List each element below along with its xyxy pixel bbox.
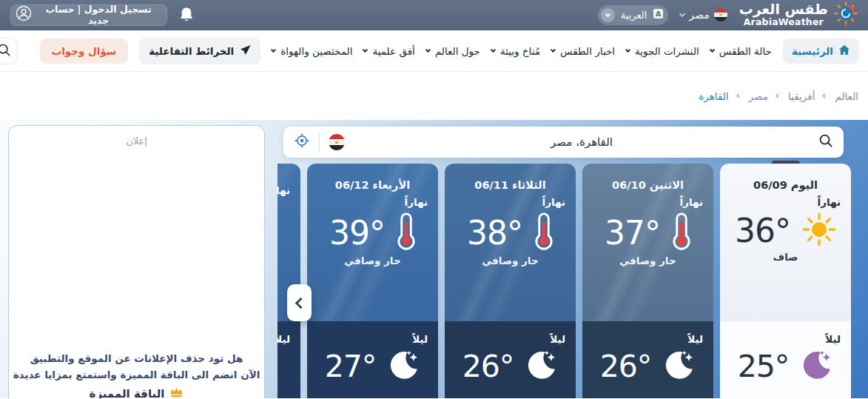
chevron-down-icon bbox=[271, 47, 276, 53]
nav-item-label: أفق علمية bbox=[372, 45, 414, 57]
forecast-card-today[interactable]: اليوم 06/09 نهاراً 36° bbox=[720, 161, 851, 398]
breadcrumb-current-cairo: القاهرة bbox=[699, 90, 728, 102]
day-condition: حار وصافي bbox=[307, 255, 438, 266]
premium-package-link[interactable]: الباقة المميزة bbox=[9, 386, 264, 398]
nav-home-label: الرئيسية bbox=[792, 45, 833, 57]
day-label: نهاراً bbox=[277, 184, 300, 196]
day-label: نهاراً bbox=[720, 196, 851, 208]
thermometer-icon bbox=[397, 212, 416, 253]
day-condition: حار وصافي bbox=[445, 255, 576, 266]
chevron-down-icon bbox=[425, 47, 431, 53]
night-label: ليلاً bbox=[277, 321, 300, 345]
login-signup-button[interactable]: تسجيل الدخول | حساب جديد bbox=[10, 4, 167, 26]
forecast-card-tuesday[interactable]: الثلاثاء 06/11 نهاراً 38° حار وصافي bbox=[445, 161, 576, 398]
notifications-bell-icon[interactable] bbox=[179, 7, 194, 23]
egypt-flag-icon bbox=[714, 8, 727, 21]
nav-item-specialists[interactable]: المختصين والهواة bbox=[272, 45, 352, 57]
day-label: نهاراً bbox=[582, 196, 713, 208]
topbar: طقس العرب ArabiaWeather مصر A العربية تس… bbox=[0, 0, 868, 30]
nav-item-label: النشرات الجوية bbox=[635, 45, 699, 57]
brand-subtitle: ArabiaWeather bbox=[744, 17, 824, 27]
home-icon bbox=[838, 44, 850, 58]
carousel-prev-button[interactable] bbox=[287, 284, 312, 321]
language-chevron-circle bbox=[601, 8, 615, 22]
chevron-down-icon bbox=[605, 11, 610, 16]
nav-item-label: حول العالم bbox=[435, 45, 480, 57]
nav-item-bulletins[interactable]: النشرات الجوية bbox=[626, 45, 699, 57]
nav-item-label: اخبار الطقس bbox=[560, 45, 615, 57]
brand-logo[interactable]: طقس العرب ArabiaWeather bbox=[739, 1, 858, 28]
interactive-maps-button[interactable]: الخرائط التفاعلية bbox=[139, 38, 260, 64]
nav-item-science-horizons[interactable]: أفق علمية bbox=[363, 45, 414, 57]
crown-icon bbox=[169, 386, 184, 398]
chevron-left-icon bbox=[736, 93, 741, 98]
breadcrumb-egypt[interactable]: مصر bbox=[749, 90, 768, 102]
ad-label: إعلان bbox=[9, 135, 264, 147]
nav-item-weather-news[interactable]: اخبار الطقس bbox=[551, 45, 615, 57]
promo-line1: هل تود حذف الإعلانات عن الموقع والتطبيق bbox=[9, 350, 264, 366]
day-temperature: 37° bbox=[605, 214, 660, 252]
maps-label: الخرائط التفاعلية bbox=[149, 45, 234, 57]
nav-item-label: المختصين والهواة bbox=[280, 45, 352, 57]
egypt-flag-icon bbox=[329, 134, 345, 150]
moon-icon bbox=[388, 349, 420, 384]
night-label: ليلاً bbox=[582, 321, 713, 345]
language-label: العربية bbox=[621, 10, 647, 21]
night-temperature: 26° bbox=[462, 349, 514, 384]
country-label: مصر bbox=[689, 9, 709, 21]
main-navbar: الرئيسية حالة الطقس النشرات الجوية اخبار… bbox=[0, 30, 868, 72]
gps-locate-icon[interactable] bbox=[294, 133, 310, 152]
svg-text:A: A bbox=[656, 10, 662, 18]
moon-icon bbox=[801, 349, 833, 384]
question-answer-button[interactable]: سؤال وجواب bbox=[40, 38, 129, 64]
breadcrumb: العالم أفريقيا مصر القاهرة bbox=[0, 72, 868, 120]
login-label: تسجيل الدخول | حساب جديد bbox=[38, 4, 159, 26]
forecast-carousel: اليوم 06/09 نهاراً 36° bbox=[277, 161, 851, 398]
moon-icon bbox=[525, 349, 558, 384]
night-label: ليلاً bbox=[720, 321, 851, 345]
card-title: الثلاثاء 06/11 bbox=[445, 164, 576, 191]
day-label: نهاراً bbox=[307, 196, 438, 208]
night-temperature: 27° bbox=[325, 349, 377, 384]
forecast-card-monday[interactable]: الاثنين 06/10 نهاراً 37° حار وصافي bbox=[582, 161, 713, 398]
day-temperature: 38° bbox=[467, 214, 522, 252]
nav-item-label: مُناخ وبيئة bbox=[500, 45, 540, 57]
satellite-icon bbox=[240, 44, 251, 58]
chevron-left-icon bbox=[822, 93, 827, 98]
chevron-left-icon bbox=[776, 93, 781, 98]
brand-sun-icon bbox=[834, 1, 858, 28]
day-temperature: 36° bbox=[735, 212, 790, 249]
day-condition: حار وصافي bbox=[582, 255, 713, 266]
breadcrumb-world[interactable]: العالم bbox=[835, 90, 858, 102]
main-weather-section: إعلان هل تود حذف الإعلانات عن الموقع وال… bbox=[0, 120, 868, 398]
avatar-icon bbox=[16, 5, 32, 24]
night-label: ليلاً bbox=[445, 321, 576, 345]
location-search-bar bbox=[283, 127, 844, 158]
nav-item-label: حالة الطقس bbox=[719, 45, 772, 57]
chevron-down-icon bbox=[710, 47, 715, 53]
breadcrumb-africa[interactable]: أفريقيا bbox=[788, 90, 815, 102]
chevron-down-icon bbox=[679, 11, 685, 17]
language-selector[interactable]: A العربية bbox=[598, 5, 669, 25]
nav-item-weather-status[interactable]: حالة الطقس bbox=[710, 45, 772, 57]
country-selector[interactable]: مصر bbox=[680, 8, 727, 21]
nav-item-climate-environment[interactable]: مُناخ وبيئة bbox=[491, 45, 540, 57]
premium-promo-text: هل تود حذف الإعلانات عن الموقع والتطبيق … bbox=[9, 350, 264, 383]
nav-item-home[interactable]: الرئيسية bbox=[783, 38, 859, 64]
forecast-card-partial[interactable]: نهاراً ليلاً bbox=[277, 161, 300, 398]
card-title bbox=[277, 164, 300, 179]
chevron-down-icon bbox=[625, 47, 630, 53]
nav-item-around-world[interactable]: حول العالم bbox=[426, 45, 480, 57]
night-label: ليلاً bbox=[307, 321, 438, 345]
night-temperature: 25° bbox=[738, 349, 790, 384]
day-label: نهاراً bbox=[445, 196, 576, 208]
nav-search-button[interactable] bbox=[0, 38, 18, 64]
card-title: الاثنين 06/10 bbox=[582, 164, 713, 191]
location-search-input[interactable] bbox=[345, 135, 818, 149]
divider bbox=[319, 133, 320, 151]
chevron-down-icon bbox=[363, 47, 368, 53]
search-icon[interactable] bbox=[818, 133, 833, 151]
brand-title: طقس العرب bbox=[739, 2, 828, 17]
chevron-left-icon bbox=[295, 297, 307, 309]
forecast-card-wednesday[interactable]: الأربعاء 06/12 نهاراً 39° حار وصافي bbox=[307, 161, 438, 398]
